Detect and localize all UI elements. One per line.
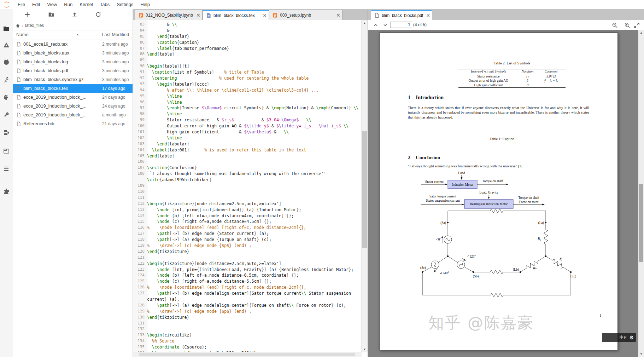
code-line: 89	[133, 57, 362, 63]
symbols-table: Inverse-Γ-circuit SymbolsNotationComment…	[458, 68, 566, 88]
code-editor[interactable]: 83 & \\84 &85 \end{tabular}86 \caption{C…	[133, 20, 368, 357]
tab-blim-black-blocks-tex[interactable]: blim_black_blocks.tex ✕	[203, 10, 269, 20]
refresh-button[interactable]	[95, 11, 101, 18]
google-drive-icon[interactable]	[3, 41, 10, 48]
scrollbar-thumb[interactable]	[139, 353, 355, 356]
breadcrumb-folder[interactable]: latex_files	[25, 23, 44, 28]
table2-cell: −	[537, 83, 566, 88]
gear-icon[interactable]: ⚙	[629, 335, 634, 340]
pdf-viewer[interactable]: Table 2: List of Symbols Inverse-Γ-circu…	[368, 30, 644, 357]
zoom-out-icon[interactable]	[612, 22, 618, 28]
open-tabs-icon[interactable]	[3, 148, 10, 155]
file-icon	[16, 68, 21, 73]
table2-cell: ỹ = iₛ − îₛ	[537, 79, 566, 83]
close-tab-icon[interactable]: ✕	[334, 12, 342, 18]
column-name[interactable]: Name	[16, 32, 29, 37]
code-line: 132	[133, 326, 362, 332]
zoom-in-icon[interactable]	[624, 22, 630, 28]
close-tab-icon[interactable]: ✕	[194, 12, 202, 18]
scrollbar-thumb[interactable]	[362, 131, 367, 248]
menu-edit[interactable]: Edit	[29, 0, 43, 9]
page-number-input[interactable]	[390, 22, 412, 28]
code-line: 92 \centering % used for centering the w…	[133, 75, 362, 81]
code-line: 93 \begin{tabular}{cccc}	[133, 81, 362, 87]
previous-page-icon[interactable]	[373, 23, 379, 28]
breadcrumb[interactable]: › latex_files	[16, 22, 44, 29]
node-label-lc: (Lc)	[570, 275, 576, 278]
menu-view[interactable]: View	[43, 0, 60, 9]
code-line: 120\end{tikzpicture}	[133, 249, 362, 255]
tab-blim-black-blocks-pdf[interactable]: blim_black_blocks.pdf ✕	[371, 10, 432, 20]
line-number: 92	[133, 75, 147, 81]
pdf-scrollbar[interactable]: ▲ ▼	[638, 30, 644, 357]
menu-help[interactable]: Help	[137, 0, 153, 9]
intro-paragraph: There is a theory which states that if e…	[408, 105, 589, 120]
github-icon[interactable]	[3, 58, 10, 65]
scroll-up-icon[interactable]: ▲	[638, 30, 644, 36]
code-line: 109	[133, 183, 362, 189]
menu-tabs[interactable]: Tabs	[96, 0, 113, 9]
line-number: 85	[133, 34, 147, 40]
file-row[interactable]: References.bib21 days ago	[13, 119, 133, 128]
file-row[interactable]: blim_black_blocks.aux3 minutes ago	[13, 48, 133, 57]
file-row[interactable]: blim_black_blocks.log3 minutes ago	[13, 57, 133, 66]
command-palette-icon[interactable]	[3, 94, 10, 101]
menu-file[interactable]: File	[14, 0, 29, 9]
line-number: 100	[133, 123, 147, 129]
code-line: 90\begin{table}[!t]	[133, 63, 362, 69]
diagram2-right-label-1: Torque on shaft	[518, 196, 539, 200]
diagram1-box-label: Induction Motor	[452, 183, 474, 186]
scroll-up-icon[interactable]: ▲	[362, 20, 368, 26]
new-launcher-button[interactable]	[24, 11, 30, 18]
table-of-contents-icon[interactable]	[3, 165, 10, 172]
menu-run[interactable]: Run	[60, 0, 76, 9]
new-folder-button[interactable]	[48, 11, 54, 18]
file-browser-icon[interactable]	[3, 25, 10, 32]
next-page-icon[interactable]	[383, 23, 388, 28]
table2-header-cell: Inverse-Γ-circuit Symbols	[458, 69, 519, 74]
file-row[interactable]: ecce_2019_induction_block_...a month ago	[13, 110, 133, 119]
close-tab-icon[interactable]: ✕	[424, 13, 432, 18]
file-browser-toolbar	[13, 9, 133, 20]
sort-caret-icon[interactable]: ▲	[76, 33, 79, 36]
column-last-modified[interactable]: Last Modified	[102, 32, 129, 37]
file-row[interactable]: blim_black_blocks.tex17 days ago	[13, 84, 133, 93]
close-tab-icon[interactable]: ✕	[261, 13, 269, 18]
widget-tree-icon[interactable]	[3, 129, 10, 136]
line-number: 99	[133, 117, 147, 123]
scrollbar-thumb[interactable]	[639, 184, 643, 262]
file-row[interactable]: 001_ecce19_redo.tex2 months ago	[13, 40, 133, 48]
line-number: 135	[133, 344, 147, 350]
table2-row: Stator resistancerₛ3.04 Ω	[458, 74, 566, 79]
editor-vertical-scrollbar[interactable]: ▲ ▼	[361, 20, 368, 352]
tab-012-noo-stability[interactable]: 012_NOO_Stability.ipynb ✕	[135, 10, 203, 20]
running-sessions-icon[interactable]	[3, 76, 10, 83]
scroll-down-icon[interactable]: ▼	[362, 346, 368, 352]
property-inspector-icon[interactable]	[3, 111, 10, 119]
home-icon[interactable]	[16, 23, 20, 28]
editor-dock: 012_NOO_Stability.ipynb ✕ blim_black_blo…	[133, 9, 368, 357]
node-label-sa: (Sa)	[440, 221, 446, 225]
code-line: 130\end{tikzpicture}	[133, 315, 362, 321]
jupyterlab-window: FileEditViewRunKernelTabsSettingsHelp	[0, 0, 644, 357]
code-lines[interactable]: 83 & \\84 &85 \end{tabular}86 \caption{C…	[133, 20, 362, 352]
file-row[interactable]: blim_black_blocks.pdf3 minutes ago	[13, 66, 133, 75]
file-name: blim_black_blocks.aux	[23, 50, 102, 56]
fit-page-icon[interactable]	[634, 22, 640, 28]
line-number: 109	[133, 183, 147, 189]
upload-button[interactable]	[71, 11, 78, 18]
editor-horizontal-scrollbar[interactable]	[133, 352, 362, 357]
line-number: 107	[133, 165, 147, 171]
line-number: 115	[133, 219, 147, 225]
diagram1-load-label: Load	[458, 171, 465, 175]
line-number: 124	[133, 272, 147, 278]
menu-kernel[interactable]: Kernel	[76, 0, 96, 9]
file-row[interactable]: ecce_2019_induction_block_...24 days ago	[13, 102, 133, 110]
menu-settings[interactable]: Settings	[113, 0, 137, 9]
file-row[interactable]: ecce_2019_induction_block_...24 days ago	[13, 93, 133, 102]
scroll-down-icon[interactable]: ▼	[638, 351, 644, 357]
extensions-icon[interactable]	[3, 188, 10, 195]
file-row[interactable]: blim_black_blocks.synctex.gz3 minutes ag…	[13, 75, 133, 84]
tab-000-setup[interactable]: 000_setup.ipynb ✕	[269, 10, 343, 20]
code-line: 134 %% Source	[133, 338, 362, 344]
